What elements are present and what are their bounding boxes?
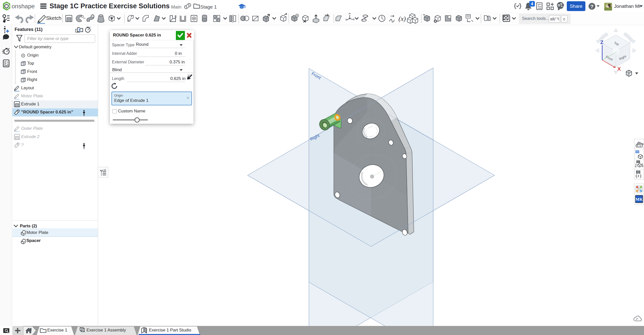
svg-text:(x): (x) <box>398 15 406 22</box>
svg-text:alt/: alt/ <box>550 17 556 21</box>
svg-text:4: 4 <box>531 2 533 6</box>
svg-text:?: ? <box>590 4 594 9</box>
svg-text:): ) <box>640 173 641 179</box>
svg-text:X: X <box>617 66 621 72</box>
svg-text:x: x <box>637 174 639 178</box>
svg-text:(: ( <box>636 173 637 179</box>
svg-text:onshape: onshape <box>12 3 35 10</box>
svg-text:c: c <box>563 17 565 21</box>
svg-text:Z: Z <box>600 39 603 45</box>
svg-text:MK: MK <box>635 197 643 202</box>
